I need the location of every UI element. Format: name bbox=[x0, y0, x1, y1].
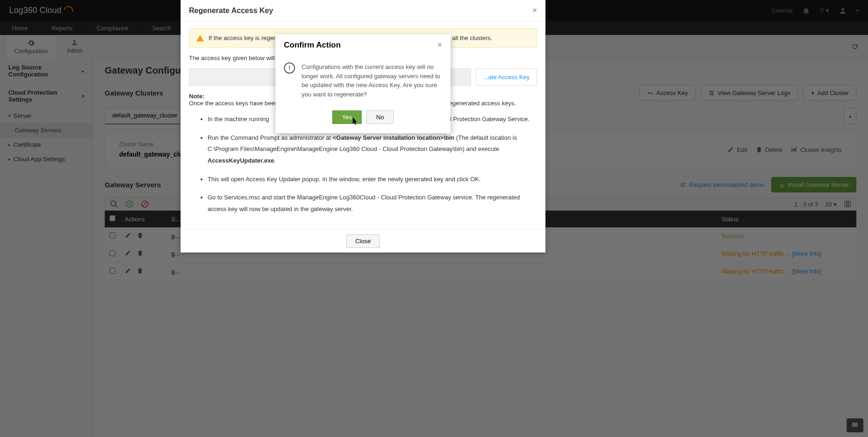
modal-title: Regenerate Access Key bbox=[189, 7, 273, 15]
note-label: Note: bbox=[189, 93, 204, 100]
no-button[interactable]: No bbox=[366, 110, 394, 124]
modal-header: Regenerate Access Key × bbox=[181, 0, 545, 21]
mouse-cursor bbox=[350, 117, 357, 127]
confirm-header: Confirm Action × bbox=[276, 34, 451, 55]
confirm-body: ! Configurations with the current access… bbox=[276, 55, 451, 106]
note-item-3: This will open Access Key Updater popup.… bbox=[208, 174, 537, 185]
regenerate-key-button[interactable]: ...ate Access Key bbox=[476, 68, 537, 86]
warning-icon bbox=[196, 35, 204, 41]
confirm-actions: Yes No bbox=[276, 106, 451, 133]
confirm-close-icon[interactable]: × bbox=[437, 40, 442, 50]
note-item-4: Go to Services.msc and start the ManageE… bbox=[208, 192, 537, 215]
modal-footer: Close bbox=[181, 229, 545, 253]
confirm-title: Confirm Action bbox=[284, 41, 341, 50]
close-button[interactable]: Close bbox=[346, 234, 379, 248]
confirm-message: Configurations with the current access k… bbox=[302, 62, 442, 99]
confirm-modal: Confirm Action × ! Configurations with t… bbox=[276, 34, 451, 133]
exclamation-icon: ! bbox=[284, 62, 295, 74]
close-icon[interactable]: × bbox=[532, 6, 537, 15]
note-item-2: Run the Command Prompt as administrator … bbox=[208, 132, 537, 167]
